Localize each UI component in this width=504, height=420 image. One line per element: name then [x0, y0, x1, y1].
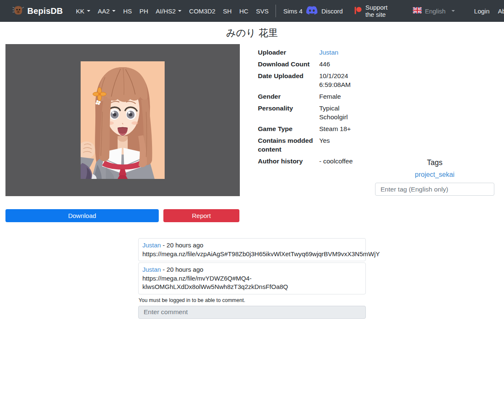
comment-text: https://mega.nz/file/mvYDWZ6Q#MQ4-klwsOM… [142, 274, 362, 291]
comments-section: Justan - 20 hours ago https://mega.nz/fi… [138, 238, 366, 319]
navbar: BepisDB KK AA2 HS PH AI/HS2 COM3D2 SH HC… [0, 0, 504, 22]
detail-label: Game Type [258, 124, 319, 133]
nav-divider [276, 5, 276, 17]
comment-author-link[interactable]: Justan [142, 242, 161, 249]
uk-flag-icon [413, 7, 422, 15]
comment: Justan - 20 hours ago https://mega.nz/fi… [138, 238, 366, 261]
nav-item-hs[interactable]: HS [119, 0, 136, 22]
about-link[interactable]: About [498, 8, 504, 15]
chevron-down-icon [452, 10, 455, 12]
brand-title: BepisDB [27, 6, 63, 16]
comment-time: - 20 hours ago [161, 266, 203, 273]
detail-label: Personality [258, 104, 319, 121]
detail-label: Author history [258, 157, 319, 165]
detail-value: Steam 18+ [319, 124, 366, 133]
card-viewer [5, 44, 240, 196]
nav-item-sh[interactable]: SH [219, 0, 236, 22]
login-link[interactable]: Login [474, 8, 490, 15]
detail-value: Typical Schoolgirl [319, 104, 366, 121]
comment-author-link[interactable]: Justan [142, 266, 161, 273]
tags-heading: Tags [375, 158, 494, 167]
detail-label: Contains modded content [258, 136, 319, 154]
card-details-table: Uploader Justan Download Count 446 Date … [258, 48, 368, 165]
detail-label: Gender [258, 92, 319, 101]
comment: Justan - 20 hours ago https://mega.nz/fi… [138, 262, 366, 294]
brand[interactable]: BepisDB [13, 5, 63, 18]
nav-item-com3d2[interactable]: COM3D2 [185, 0, 219, 22]
character-card-image[interactable] [81, 61, 165, 179]
tag-link-project-sekai[interactable]: project_sekai [415, 171, 454, 178]
report-button[interactable]: Report [163, 209, 239, 222]
detail-label: Uploader [258, 48, 319, 57]
chevron-down-icon [178, 10, 181, 12]
nav-item-aihs2[interactable]: AI/HS2 [152, 0, 186, 22]
page: BepisDB KK AA2 HS PH AI/HS2 COM3D2 SH HC… [0, 0, 504, 420]
nav-item-ph[interactable]: PH [136, 0, 152, 22]
main-nav: KK AA2 HS PH AI/HS2 COM3D2 SH HC SVS Sim… [72, 0, 306, 22]
bepis-logo-icon [13, 5, 24, 18]
nav-item-sims4[interactable]: Sims 4 [279, 0, 306, 22]
discord-label: Discord [321, 8, 343, 15]
discord-link[interactable]: Discord [306, 6, 343, 16]
nav-item-svs[interactable]: SVS [252, 0, 272, 22]
tags-section: Tags project_sekai [375, 158, 494, 196]
detail-value: 446 [319, 60, 366, 68]
nav-item-kk[interactable]: KK [72, 0, 94, 22]
nav-item-hc[interactable]: HC [236, 0, 252, 22]
login-required-note: You must be logged in to be able to comm… [139, 297, 366, 303]
language-label: English [425, 8, 446, 15]
detail-label: Date Uploaded [258, 71, 319, 89]
detail-value: - coolcoffee [319, 157, 366, 165]
uploader-link[interactable]: Justan [319, 49, 339, 56]
tag-input[interactable] [375, 183, 494, 196]
comment-input[interactable] [138, 306, 366, 319]
navbar-right: Discord Support the site [306, 4, 504, 18]
support-label: Support the site [365, 4, 388, 18]
language-selector[interactable]: English [413, 7, 455, 15]
comment-header: Justan - 20 hours ago [142, 265, 362, 274]
download-button[interactable]: Download [5, 209, 159, 222]
patreon-icon [354, 7, 362, 16]
nav-item-aa2[interactable]: AA2 [94, 0, 119, 22]
comment-text: https://mega.nz/file/vzpAiAgS#T98Zb0j3H6… [142, 250, 362, 259]
detail-label: Download Count [258, 60, 319, 68]
detail-value: 10/1/2024 6:59:08AM [319, 71, 366, 89]
comment-time: - 20 hours ago [161, 242, 203, 249]
chevron-down-icon [87, 10, 90, 12]
detail-value: Female [319, 92, 366, 101]
detail-value: Yes [319, 136, 366, 154]
comment-header: Justan - 20 hours ago [142, 241, 362, 250]
page-title: みのり 花里 [0, 26, 504, 39]
chevron-down-icon [112, 10, 116, 12]
support-link[interactable]: Support the site [354, 4, 388, 18]
discord-icon [306, 6, 318, 16]
